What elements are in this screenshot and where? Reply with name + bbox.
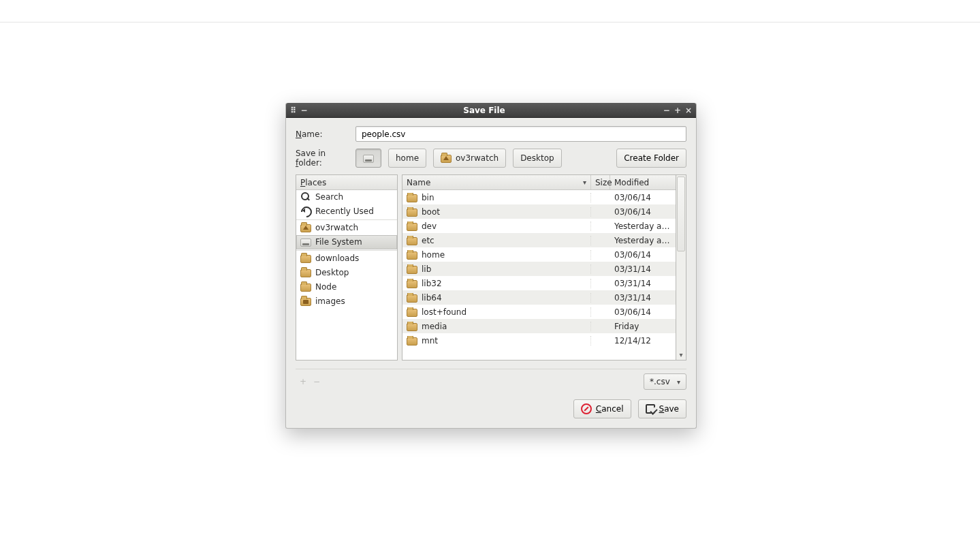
places-item-desktop[interactable]: Desktop [296, 266, 397, 280]
file-row[interactable]: etcYesterday at 19:14 [402, 233, 676, 247]
places-header[interactable]: Places [296, 175, 397, 190]
name-label: Name: [296, 129, 349, 139]
file-modified: 03/06/14 [610, 250, 676, 260]
col-name[interactable]: Name▾ [402, 175, 591, 189]
filename-input[interactable] [355, 126, 686, 142]
file-row[interactable]: lost+found03/06/14 [402, 305, 676, 319]
file-modified: Yesterday at 14:53 [610, 221, 676, 231]
places-item-node[interactable]: Node [296, 280, 397, 294]
save-button[interactable]: Save [638, 399, 686, 418]
file-name: bin [422, 193, 434, 202]
window-title: Save File [317, 106, 651, 115]
disk-icon [300, 239, 311, 247]
folder-icon [407, 194, 417, 202]
file-name: lib32 [422, 279, 442, 288]
file-name: lib64 [422, 293, 442, 303]
cancel-button[interactable]: Cancel [573, 399, 631, 418]
file-name: boot [422, 207, 440, 217]
places-item-recently-used[interactable]: Recently Used [296, 204, 397, 219]
file-modified: 03/06/14 [610, 307, 676, 317]
breadcrumb-home[interactable]: home [388, 149, 426, 168]
places-item-label: Node [315, 282, 336, 292]
folder-icon [407, 294, 417, 303]
recent-icon [300, 206, 311, 217]
titlebar[interactable]: ⠿ − Save File − + × [286, 103, 696, 118]
places-pm: + − [296, 377, 320, 386]
vertical-scrollbar[interactable]: ▾ [676, 174, 686, 361]
places-item-images[interactable]: images [296, 294, 397, 309]
places-item-label: images [315, 296, 345, 306]
places-item-label: Recently Used [315, 206, 374, 216]
maximize-button[interactable]: + [674, 106, 681, 115]
breadcrumb-disk[interactable] [355, 149, 381, 168]
places-item-downloads[interactable]: downloads [296, 251, 397, 266]
folder-icon [407, 280, 417, 288]
file-row[interactable]: mnt12/14/12 [402, 333, 676, 348]
places-remove-button: − [313, 377, 320, 386]
file-row[interactable]: lib3203/31/14 [402, 276, 676, 290]
save-file-dialog: ⠿ − Save File − + × Name: Save in folder… [285, 103, 697, 429]
places-item-label: Search [315, 192, 343, 202]
places-item-label: ov3rwatch [315, 223, 358, 232]
places-item-file-system[interactable]: File System [296, 235, 397, 249]
filename-value[interactable] [360, 129, 682, 140]
window-shade-icon[interactable]: − [300, 106, 307, 115]
col-size[interactable]: Size [591, 175, 610, 189]
places-add-button: + [300, 377, 306, 386]
file-name: etc [422, 236, 434, 245]
folder-icon [407, 251, 417, 260]
folder-icon [407, 309, 417, 317]
file-modified: 03/31/14 [610, 279, 676, 288]
close-button[interactable]: × [685, 106, 692, 115]
scroll-down-icon[interactable]: ▾ [676, 350, 686, 360]
file-modified: Yesterday at 19:14 [610, 236, 676, 245]
places-item-ov3rwatch[interactable]: ov3rwatch [296, 221, 397, 235]
file-row[interactable]: bin03/06/14 [402, 190, 676, 204]
file-name: media [422, 322, 447, 331]
folder-icon [300, 269, 311, 277]
home-icon [300, 224, 311, 232]
file-list: Name▾ Size Modified bin03/06/14boot03/06… [402, 174, 676, 361]
folder-icon [407, 337, 417, 346]
file-modified: 03/31/14 [610, 264, 676, 274]
file-row[interactable]: boot03/06/14 [402, 204, 676, 219]
folder-row: Save in folder: home ov3rwatch Desktop C… [296, 149, 686, 168]
places-item-label: File System [315, 237, 362, 247]
file-row[interactable]: lib03/31/14 [402, 262, 676, 276]
folder-icon [407, 209, 417, 217]
pic-icon [300, 298, 311, 306]
folder-icon [300, 283, 311, 292]
file-row[interactable]: mediaFriday [402, 319, 676, 333]
file-name: lost+found [422, 307, 467, 317]
name-row: Name: [296, 126, 686, 142]
chevron-down-icon: ▾ [677, 378, 680, 386]
col-modified[interactable]: Modified [610, 175, 676, 189]
file-modified: 03/06/14 [610, 207, 676, 217]
folder-icon [407, 237, 417, 245]
folder-icon [407, 223, 417, 231]
breadcrumb-user[interactable]: ov3rwatch [433, 149, 506, 168]
file-modified: Friday [610, 322, 676, 331]
search-icon [300, 191, 311, 202]
places-item-search[interactable]: Search [296, 190, 397, 204]
sort-indicator-icon: ▾ [583, 179, 586, 186]
file-modified: 12/14/12 [610, 336, 676, 346]
breadcrumb-desktop[interactable]: Desktop [513, 149, 562, 168]
file-type-combo[interactable]: *.csv ▾ [644, 373, 686, 390]
home-folder-icon [441, 155, 452, 163]
file-modified: 03/06/14 [610, 193, 676, 202]
file-name: lib [422, 264, 431, 274]
file-name: home [422, 250, 445, 260]
create-folder-button[interactable]: Create Folder [616, 149, 686, 168]
places-item-label: Desktop [315, 268, 349, 277]
window-menu-icon[interactable]: ⠿ [290, 106, 296, 115]
minimize-button[interactable]: − [663, 106, 670, 115]
file-row[interactable]: devYesterday at 14:53 [402, 219, 676, 233]
folder-label: Save in folder: [296, 149, 349, 168]
places-item-label: downloads [315, 254, 359, 263]
page-divider [0, 22, 980, 22]
scroll-thumb[interactable] [677, 177, 685, 251]
folder-icon [407, 266, 417, 274]
file-row[interactable]: home03/06/14 [402, 247, 676, 262]
file-row[interactable]: lib6403/31/14 [402, 290, 676, 305]
